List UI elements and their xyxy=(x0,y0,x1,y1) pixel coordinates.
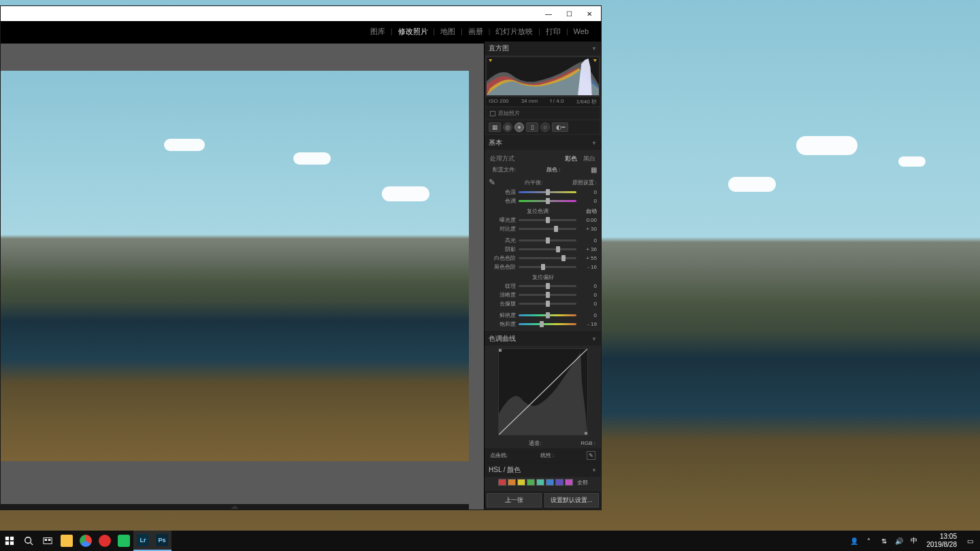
hsl-all-button[interactable]: 全部 xyxy=(577,479,588,486)
hsl-color-swatches: 全部 xyxy=(485,477,601,488)
spot-tool[interactable]: ◎ xyxy=(503,122,512,132)
photo-canvas[interactable] xyxy=(1,41,484,510)
tray-chevron-up-icon[interactable]: ˄ xyxy=(863,531,875,551)
tab-library[interactable]: 图库 xyxy=(365,27,391,37)
module-tabs: 图库| 修改照片| 地图| 画册| 幻灯片放映| 打印| Web xyxy=(1,21,601,41)
tint-slider[interactable] xyxy=(519,200,576,202)
filmstrip-toggle[interactable] xyxy=(1,504,469,510)
reset-button[interactable]: 设置默认设置... xyxy=(544,493,600,507)
prev-button[interactable]: 上一张 xyxy=(487,493,542,507)
vibrance-slider[interactable] xyxy=(519,314,576,316)
temp-slider[interactable] xyxy=(519,191,576,193)
cloud xyxy=(898,156,926,167)
photo-preview[interactable] xyxy=(1,71,469,461)
lightroom-window: — ☐ ✕ 图库| 修改照片| 地图| 画册| 幻灯片放映| 打印| Web 直… xyxy=(0,5,602,510)
original-photo-checkbox[interactable]: 原始照片 xyxy=(486,107,600,119)
tone-curve[interactable] xyxy=(498,348,588,435)
exposure-slider[interactable] xyxy=(519,219,576,221)
profile-dropdown[interactable]: 颜色 : xyxy=(516,166,591,173)
treatment-color[interactable]: 彩色 xyxy=(565,155,577,162)
blacks-slider[interactable] xyxy=(519,266,576,268)
brush-tool[interactable]: ◐━ xyxy=(552,122,568,132)
chevron-down-icon: ▼ xyxy=(591,467,597,473)
tray-network-icon[interactable]: ⇅ xyxy=(878,531,890,551)
histogram-meta: ISO 200 34 mm f / 4.0 1/640 秒 xyxy=(486,97,600,106)
svg-rect-7 xyxy=(5,541,9,545)
svg-rect-3 xyxy=(499,349,502,352)
hsl-swatch[interactable] xyxy=(565,479,573,486)
chevron-down-icon: ▼ xyxy=(591,336,597,342)
taskbar-app-3[interactable] xyxy=(95,531,114,551)
histogram-title: 直方图 xyxy=(489,44,509,53)
profile-browser-icon[interactable]: ▦ xyxy=(591,166,597,173)
hsl-swatch[interactable] xyxy=(546,479,554,486)
cloud xyxy=(796,136,858,155)
close-button[interactable]: ✕ xyxy=(579,7,600,20)
tab-book[interactable]: 画册 xyxy=(463,27,489,37)
treatment-label: 处理方式 xyxy=(490,154,514,163)
tray-people-icon[interactable]: 👤 xyxy=(848,531,860,551)
clarity-slider[interactable] xyxy=(519,294,576,296)
redeye-tool[interactable]: ● xyxy=(514,122,524,132)
histogram[interactable] xyxy=(486,56,600,96)
svg-rect-8 xyxy=(10,541,14,545)
taskbar-app-lightroom[interactable]: Lr xyxy=(133,531,152,551)
hsl-header[interactable]: HSL / 颜色 ▼ xyxy=(485,463,601,477)
grad-filter-tool[interactable]: ▯ xyxy=(526,122,538,132)
eyedropper-icon[interactable]: ✎ xyxy=(489,178,495,187)
svg-marker-1 xyxy=(593,59,597,62)
whites-slider[interactable] xyxy=(519,257,576,259)
taskbar-app-explorer[interactable] xyxy=(57,531,76,551)
window-titlebar[interactable]: — ☐ ✕ xyxy=(1,6,601,21)
point-curve-dropdown[interactable]: 线性 : xyxy=(508,452,587,459)
cloud xyxy=(728,177,776,192)
tab-develop[interactable]: 修改照片 xyxy=(393,27,434,37)
chevron-down-icon: ▼ xyxy=(591,46,597,52)
auto-tone-button[interactable]: 自动 xyxy=(586,207,597,215)
svg-line-10 xyxy=(31,543,33,546)
wb-dropdown[interactable]: 原照设置 : xyxy=(572,179,597,186)
highlights-slider[interactable] xyxy=(519,239,576,241)
tab-slideshow[interactable]: 幻灯片放映 xyxy=(490,27,538,37)
taskbar-app-chrome[interactable] xyxy=(76,531,95,551)
shadows-slider[interactable] xyxy=(519,248,576,250)
svg-rect-5 xyxy=(5,537,9,540)
hsl-swatch[interactable] xyxy=(508,479,516,486)
tray-volume-icon[interactable]: 🔊 xyxy=(893,531,905,551)
taskview-button[interactable] xyxy=(38,531,57,551)
basic-header[interactable]: 基本 ▼ xyxy=(485,136,601,150)
hsl-swatch[interactable] xyxy=(536,479,544,486)
basic-title: 基本 xyxy=(489,138,502,148)
hsl-swatch[interactable] xyxy=(517,479,525,486)
contrast-slider[interactable] xyxy=(519,228,576,230)
treatment-bw[interactable]: 黑白 xyxy=(583,155,595,162)
taskbar-app-wechat[interactable] xyxy=(114,531,133,551)
svg-marker-0 xyxy=(489,59,492,62)
minimize-button[interactable]: — xyxy=(538,7,559,20)
hsl-swatch[interactable] xyxy=(498,479,506,486)
taskbar: Lr Ps 👤 ˄ ⇅ 🔊 中 13:05 2019/8/28 ▭ xyxy=(0,531,980,551)
radial-filter-tool[interactable]: ○ xyxy=(540,122,550,132)
tab-map[interactable]: 地图 xyxy=(435,27,461,37)
tool-strip: ▦ ◎ ● ▯ ○ ◐━ xyxy=(486,120,600,134)
tray-notifications-icon[interactable]: ▭ xyxy=(964,531,976,551)
curve-header[interactable]: 色调曲线 ▼ xyxy=(485,332,601,346)
tab-print[interactable]: 打印 xyxy=(540,27,566,37)
svg-rect-4 xyxy=(585,432,587,435)
dehaze-slider[interactable] xyxy=(519,303,576,305)
taskbar-clock[interactable]: 13:05 2019/8/28 xyxy=(923,533,962,549)
curve-edit-icon[interactable]: ✎ xyxy=(587,451,595,460)
tray-ime[interactable]: 中 xyxy=(908,531,920,551)
crop-tool[interactable]: ▦ xyxy=(489,122,501,132)
tab-web[interactable]: Web xyxy=(568,27,594,35)
hsl-swatch[interactable] xyxy=(527,479,535,486)
taskbar-app-photoshop[interactable]: Ps xyxy=(152,531,172,551)
texture-slider[interactable] xyxy=(519,285,576,287)
curve-channel-dropdown[interactable]: RGB : xyxy=(581,440,595,446)
hsl-swatch[interactable] xyxy=(555,479,564,486)
maximize-button[interactable]: ☐ xyxy=(559,7,579,20)
histogram-header[interactable]: 直方图 ▼ xyxy=(485,41,601,55)
search-button[interactable] xyxy=(19,531,38,551)
start-button[interactable] xyxy=(0,531,19,551)
saturation-slider[interactable] xyxy=(519,323,576,325)
